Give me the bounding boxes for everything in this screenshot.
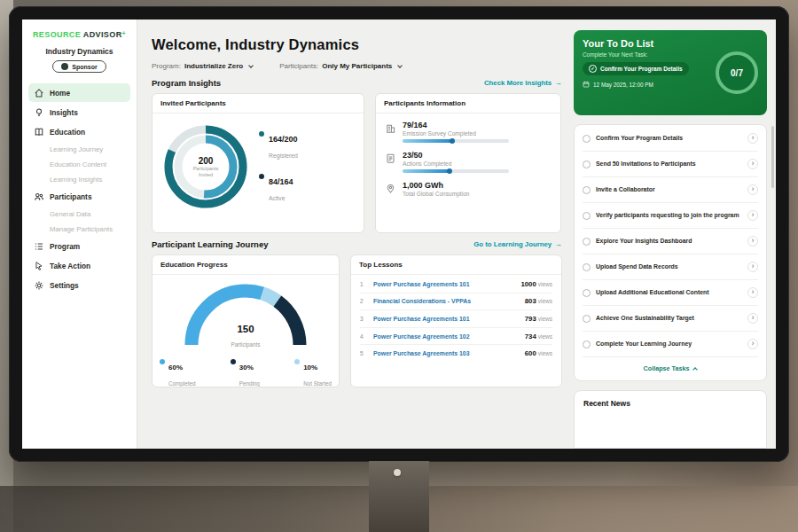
invited-legend: 164/200 Registered 84/164 Active (259, 129, 298, 204)
task-checkbox[interactable] (583, 186, 591, 194)
chevron-right-icon[interactable]: › (747, 210, 758, 221)
card-title: Participants Information (376, 94, 560, 113)
go-to-learning-journey-link[interactable]: Go to Learning Journey → (473, 240, 562, 248)
lesson-link[interactable]: Power Purchase Agreements 103 (373, 350, 519, 356)
sidebar-item-label: Insights (50, 108, 78, 117)
legend-item-active: 84/164 Active (259, 172, 298, 204)
collapse-tasks-button[interactable]: Collapse Tasks (583, 357, 758, 379)
legend-label: Active (269, 195, 286, 201)
lesson-row[interactable]: 3 Power Purchase Agreements 101 793views (360, 310, 552, 328)
todo-task[interactable]: Explore Your Insights Dashboard › (583, 229, 758, 254)
arrow-right-icon: → (555, 240, 562, 248)
legend-value: 10% (303, 364, 317, 372)
arrow-right-icon: → (555, 79, 562, 87)
sidebar-nav: Home Insights Education Learning Journey… (28, 82, 130, 295)
todo-progress-ring: 0/7 (716, 51, 758, 94)
section-title: Participant Learning Journey (152, 239, 268, 249)
todo-subtitle: Complete Your Next Task: (583, 51, 708, 58)
task-checkbox[interactable] (583, 212, 591, 220)
stat-emission-survey: 79/164 Emission Survey Completed (385, 121, 552, 143)
chevron-right-icon[interactable]: › (747, 236, 758, 246)
task-checkbox[interactable] (583, 340, 591, 348)
lesson-row[interactable]: 1 Power Purchase Agreements 101 1000view… (360, 276, 552, 293)
sponsor-badge[interactable]: Sponsor (52, 60, 106, 73)
task-checkbox[interactable] (583, 135, 591, 143)
lesson-row[interactable]: 4 Power Purchase Agreements 102 734views (360, 328, 552, 346)
task-checkbox[interactable] (583, 238, 591, 246)
legend-label: Not Started (303, 380, 332, 387)
sidebar-item-settings[interactable]: Settings (28, 276, 130, 294)
sidebar-item-general-data[interactable]: General Data (28, 207, 130, 221)
sidebar-item-program[interactable]: Program (28, 237, 130, 255)
todo-task[interactable]: Complete Your Learning Journey › (583, 332, 758, 357)
lesson-link[interactable]: Power Purchase Agreements 101 (373, 316, 519, 322)
lesson-row[interactable]: 5 Power Purchase Agreements 103 600views (360, 345, 552, 362)
task-label: Explore Your Insights Dashboard (596, 237, 742, 245)
program-filter-label: Program: (152, 62, 181, 70)
todo-task[interactable]: Verify participants requesting to join t… (583, 203, 758, 229)
lesson-views-word: views (538, 298, 552, 304)
sidebar-item-participants[interactable]: Participants (28, 187, 130, 206)
chevron-right-icon[interactable]: › (747, 133, 758, 144)
check-icon: ✓ (589, 65, 597, 73)
task-checkbox[interactable] (583, 160, 591, 168)
sponsor-avatar-icon (61, 63, 68, 70)
lightbulb-icon (34, 107, 44, 118)
donut-center-label: Participants Invited (186, 166, 225, 178)
sidebar-item-manage-participants[interactable]: Manage Participants (28, 222, 130, 236)
task-label: Invite a Collaborator (596, 185, 742, 193)
check-more-insights-link[interactable]: Check More Insights → (484, 79, 562, 87)
chevron-right-icon[interactable]: › (747, 184, 758, 195)
participants-filter-label: Participants: (279, 62, 318, 70)
todo-task[interactable]: Achieve One Sustainability Target › (583, 306, 758, 332)
lesson-link[interactable]: Power Purchase Agreements 102 (373, 333, 519, 340)
sidebar-item-education[interactable]: Education (28, 122, 130, 141)
todo-task[interactable]: Invite a Collaborator › (583, 177, 758, 203)
chevron-right-icon[interactable]: › (747, 339, 758, 349)
todo-task[interactable]: Upload Additional Educational Content › (583, 280, 758, 306)
sidebar-item-take-action[interactable]: Take Action (28, 256, 130, 275)
lesson-views-word: views (538, 350, 552, 356)
chevron-right-icon[interactable]: › (747, 262, 758, 272)
sidebar-item-learning-journey[interactable]: Learning Journey (28, 142, 130, 156)
scrollbar-thumb[interactable] (771, 126, 774, 188)
participants-filter-dropdown[interactable]: Participants: Only My Participants (279, 62, 402, 70)
lesson-link[interactable]: Power Purchase Agreements 101 (373, 281, 514, 287)
legend-value: 164/200 (269, 135, 298, 144)
stand-button (394, 469, 401, 476)
gauge-center-value: 150 (179, 324, 312, 334)
dashboard-screen: RESOURCE ADVISOR+ Industry Dynamics Spon… (22, 20, 776, 449)
todo-task[interactable]: Confirm Your Program Details › (583, 126, 758, 152)
sidebar-item-education-content[interactable]: Education Content (28, 157, 130, 171)
card-title: Top Lessons (351, 255, 561, 275)
sidebar-item-insights[interactable]: Insights (28, 103, 130, 121)
people-icon (34, 192, 44, 202)
participants-filter-value: Only My Participants (322, 62, 392, 70)
chevron-right-icon[interactable]: › (747, 313, 758, 324)
program-insights-header: Program Insights Check More Insights → (152, 78, 562, 88)
next-task-label: Confirm Your Program Details (600, 66, 683, 72)
lesson-views-count: 1000 (520, 280, 536, 288)
lesson-link[interactable]: Financial Considerations - VPPAs (373, 298, 519, 304)
chevron-right-icon[interactable]: › (747, 287, 758, 298)
task-checkbox[interactable] (583, 289, 591, 297)
todo-task[interactable]: Upload Spend Data Records › (583, 254, 758, 280)
learning-cards: Education Progress 150 Participants (152, 254, 562, 387)
todo-task-list: Confirm Your Program Details › Send 50 I… (574, 124, 767, 381)
task-checkbox[interactable] (583, 263, 591, 271)
next-task-pill[interactable]: ✓ Confirm Your Program Details (583, 62, 689, 75)
sidebar-subitem-label: Learning Journey (50, 145, 103, 153)
task-checkbox[interactable] (583, 315, 591, 323)
org-name: Industry Dynamics (28, 47, 130, 56)
todo-task[interactable]: Send 50 Invitations to Participants › (583, 152, 758, 177)
program-filter-dropdown[interactable]: Program: Industrialize Zero (152, 62, 253, 70)
lesson-row[interactable]: 2 Financial Considerations - VPPAs 803vi… (360, 293, 552, 311)
book-icon (34, 127, 44, 137)
lesson-views-count: 793 (525, 315, 536, 323)
sidebar-item-learning-insights[interactable]: Learning Insights (28, 172, 130, 186)
chevron-right-icon[interactable]: › (747, 159, 758, 169)
donut-center-value: 200 (199, 156, 214, 166)
sidebar-item-home[interactable]: Home (28, 83, 130, 102)
lesson-views-word: views (538, 333, 552, 340)
task-label: Send 50 Invitations to Participants (596, 160, 742, 168)
